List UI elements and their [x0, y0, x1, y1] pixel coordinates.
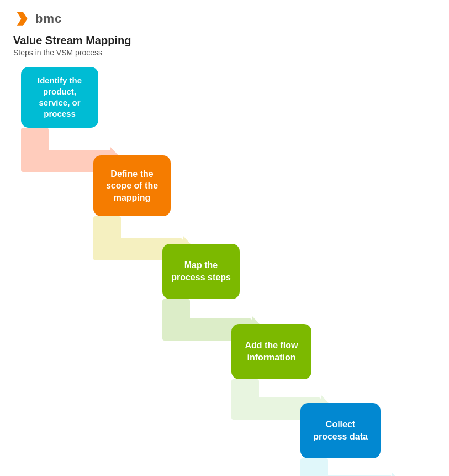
connector-5 — [300, 458, 404, 476]
bmc-brand-text: bmc — [35, 12, 62, 26]
page-title: Value Stream Mapping — [13, 34, 436, 47]
svg-marker-15 — [392, 472, 404, 476]
step-4-row: Add the flow information — [231, 324, 311, 379]
step-1-box: Identify the product, service, or proces… — [21, 67, 98, 128]
step-4-label: Add the flow information — [239, 339, 304, 363]
staircase-diagram: Identify the product, service, or proces… — [13, 67, 444, 443]
step-3-label: Map the process steps — [170, 259, 232, 283]
step-2-row: Define the scope of the mapping — [93, 155, 171, 216]
logo-area: bmc — [13, 10, 436, 28]
page: bmc Value Stream Mapping Steps in the VS… — [0, 0, 449, 453]
step-1-row: Identify the product, service, or proces… — [21, 67, 98, 128]
step-3-row: Map the process steps — [162, 244, 240, 299]
step-1-label: Identify the product, service, or proces… — [29, 75, 91, 120]
step-2-box: Define the scope of the mapping — [93, 155, 171, 216]
step-4-box: Add the flow information — [231, 324, 311, 379]
step-5-label: Collect process data — [308, 419, 373, 442]
step-5-box: Collect process data — [300, 403, 381, 458]
svg-rect-13 — [300, 458, 328, 476]
step-2-label: Define the scope of the mapping — [101, 168, 163, 204]
bmc-logo-icon — [13, 10, 31, 28]
step-5-row: Collect process data — [300, 403, 381, 458]
step-3-box: Map the process steps — [162, 244, 240, 299]
page-subtitle: Steps in the VSM process — [13, 48, 436, 57]
svg-marker-0 — [17, 12, 27, 26]
